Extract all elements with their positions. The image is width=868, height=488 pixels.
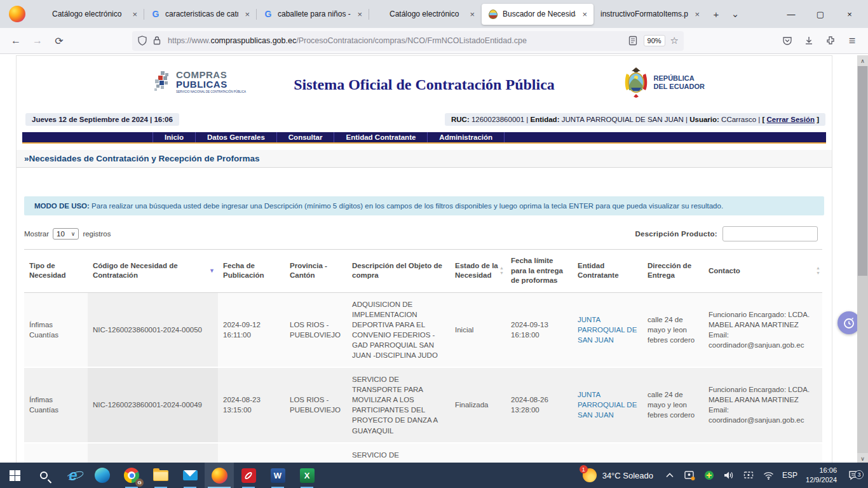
- screen-share-icon[interactable]: [684, 470, 695, 481]
- col-provincia[interactable]: Provincia - Cantón: [285, 250, 347, 293]
- cell-entidad: JUNTA PARROQUIAL DE SAN JUAN: [573, 367, 642, 443]
- entidad-link[interactable]: JUNTA PARROQUIAL DE SAN JUAN: [578, 391, 637, 419]
- taskbar-word[interactable]: W: [263, 463, 292, 488]
- url-bar[interactable]: https://www.compraspublicas.gob.ec/Proce…: [132, 31, 684, 51]
- reader-view-icon[interactable]: [628, 36, 639, 46]
- cell-codigo: NIC-1260023860001-2024-00050: [88, 292, 218, 367]
- tab-instructivo[interactable]: instructivoFormatoItems.p ×: [594, 4, 706, 25]
- scroll-up-icon[interactable]: ∧: [857, 55, 868, 66]
- url-text[interactable]: https://www.compraspublicas.gob.ec/Proce…: [168, 36, 623, 45]
- cell-direccion: calle 24 de mayo y leon febres cordero: [642, 292, 703, 367]
- weather-widget[interactable]: 1 34°C Soleado: [580, 468, 656, 482]
- usage-instructions-box: MODO DE USO: Para realizar una búsqueda …: [24, 196, 824, 215]
- chrome-profile-badge: G: [135, 478, 144, 487]
- menu-item-consultar[interactable]: Consultar: [277, 132, 335, 142]
- wifi-icon[interactable]: [763, 470, 774, 481]
- col-fecha-limite[interactable]: Fecha límite para la entrega de proforma…: [506, 250, 573, 293]
- taskbar-mail[interactable]: [175, 463, 205, 488]
- taskbar-edge[interactable]: [88, 463, 117, 488]
- taskbar-internet-explorer[interactable]: e: [58, 463, 88, 488]
- table-header-row: Tipo de Necesidad Código de Necesidad de…: [24, 250, 822, 293]
- internet-explorer-icon: e: [69, 468, 77, 483]
- necesidades-table: Tipo de Necesidad Código de Necesidad de…: [24, 249, 822, 488]
- descripcion-producto-input[interactable]: [722, 226, 818, 241]
- minimize-button[interactable]: —: [776, 0, 806, 28]
- page-scrollbar[interactable]: ∧ ∨: [857, 55, 868, 464]
- taskbar-acrobat[interactable]: [234, 463, 263, 488]
- republic-line2: DEL ECUADOR: [654, 83, 705, 91]
- menu-item-inicio[interactable]: Inicio: [153, 132, 196, 142]
- windows-taskbar: e G W X 1 34°C Soleado: [0, 463, 868, 488]
- col-tipo-necesidad[interactable]: Tipo de Necesidad: [24, 250, 88, 293]
- cast-display-icon[interactable]: [743, 470, 754, 481]
- tab-close-icon[interactable]: ×: [580, 9, 589, 20]
- sort-both-icon[interactable]: ▲▼: [816, 266, 820, 276]
- url-domain: compraspublicas.gob.ec: [210, 36, 296, 45]
- tab-catalogo-1[interactable]: Catálogo electrónico ×: [32, 4, 144, 25]
- sort-both-icon[interactable]: ▲▼: [499, 266, 504, 276]
- tab-close-icon[interactable]: ×: [130, 9, 139, 20]
- back-button[interactable]: ←: [6, 31, 25, 50]
- tab-close-icon[interactable]: ×: [468, 9, 477, 20]
- show-records-value: 10: [57, 230, 65, 238]
- tray-expand-chevron-icon[interactable]: [664, 470, 675, 481]
- col-entidad[interactable]: Entidad Contratante: [573, 250, 642, 293]
- col-fecha-publicacion[interactable]: Fecha de Publicación: [218, 250, 285, 293]
- sort-desc-icon[interactable]: ▼: [209, 267, 215, 274]
- list-tabs-icon[interactable]: ⌄: [726, 4, 745, 24]
- tab-catalogo-2[interactable]: Catálogo electrónico ×: [369, 4, 481, 25]
- tab-title: caballete para niños - E: [278, 10, 351, 18]
- reload-button[interactable]: ⟳: [50, 31, 69, 50]
- lock-icon[interactable]: [153, 36, 163, 46]
- taskbar-clock[interactable]: 16:06 12/9/2024: [806, 466, 837, 485]
- edge-icon: [95, 468, 110, 483]
- notification-center-button[interactable]: 3: [845, 470, 862, 480]
- compras-favicon-icon: [38, 10, 48, 19]
- bookmark-star-icon[interactable]: ☆: [670, 35, 679, 46]
- taskbar-search-button[interactable]: [29, 463, 58, 488]
- firefox-icon: [212, 468, 227, 484]
- menu-hamburger-icon[interactable]: ≡: [846, 35, 858, 46]
- taskbar-excel[interactable]: X: [292, 463, 322, 488]
- col-descripcion[interactable]: Descripción del Objeto de compra: [347, 250, 450, 293]
- taskbar-chrome[interactable]: G: [117, 463, 146, 488]
- tab-close-icon[interactable]: ×: [693, 9, 702, 20]
- menu-item-administracion[interactable]: Administración: [428, 132, 505, 142]
- start-button[interactable]: [0, 463, 29, 488]
- entidad-link[interactable]: JUNTA PARROQUIAL DE SAN JUAN: [578, 316, 637, 344]
- forward-button[interactable]: →: [28, 31, 47, 50]
- tab-caracteristicas[interactable]: G caracteristicas de catre ×: [144, 4, 256, 25]
- tab-caballete[interactable]: G caballete para niños - E ×: [257, 4, 369, 25]
- language-indicator[interactable]: ESP: [782, 471, 797, 480]
- tab-close-icon[interactable]: ×: [243, 9, 252, 20]
- menu-item-datos-generales[interactable]: Datos Generales: [196, 132, 277, 142]
- extensions-puzzle-icon[interactable]: [825, 35, 836, 46]
- zoom-level-button[interactable]: 90%: [644, 35, 665, 46]
- taskbar-file-explorer[interactable]: [146, 463, 175, 488]
- firefox-logo-icon[interactable]: [9, 6, 25, 22]
- menu-item-entidad-contratante[interactable]: Entidad Contratante: [334, 132, 428, 142]
- new-tab-button[interactable]: +: [707, 4, 726, 24]
- search-icon: [40, 471, 48, 479]
- main-menu-bar: Inicio Datos Generales Consultar Entidad…: [22, 132, 826, 144]
- col-contacto[interactable]: Contacto▲▼: [703, 250, 822, 293]
- close-window-button[interactable]: ×: [835, 0, 864, 28]
- cerrar-sesion-link[interactable]: Cerrar Sesión: [767, 116, 815, 123]
- maximize-button[interactable]: ▢: [806, 0, 835, 28]
- antivirus-icon[interactable]: [703, 470, 715, 481]
- scrollbar-thumb[interactable]: [858, 66, 867, 276]
- cell-estado: Inicial: [450, 292, 506, 367]
- pocket-icon[interactable]: [782, 35, 793, 46]
- tab-buscador-active[interactable]: Buscador de Necesidad ×: [482, 4, 593, 25]
- taskbar-firefox-active[interactable]: [205, 463, 234, 488]
- show-records-select[interactable]: 10 ∨: [53, 228, 79, 240]
- col-estado[interactable]: Estado de la Necesidad▲▼: [450, 250, 506, 293]
- shield-icon[interactable]: [137, 36, 147, 46]
- volume-icon[interactable]: [723, 470, 735, 481]
- cell-provincia: LOS RIOS - PUEBLOVIEJO: [285, 367, 347, 443]
- col-codigo[interactable]: Código de Necesidad de Contratación▼: [88, 250, 218, 293]
- col-direccion[interactable]: Dirección de Entrega: [642, 250, 703, 293]
- tab-close-icon[interactable]: ×: [355, 9, 364, 20]
- cell-fecha-limite: 2024-08-26 13:28:00: [506, 367, 573, 443]
- downloads-icon[interactable]: [803, 35, 815, 46]
